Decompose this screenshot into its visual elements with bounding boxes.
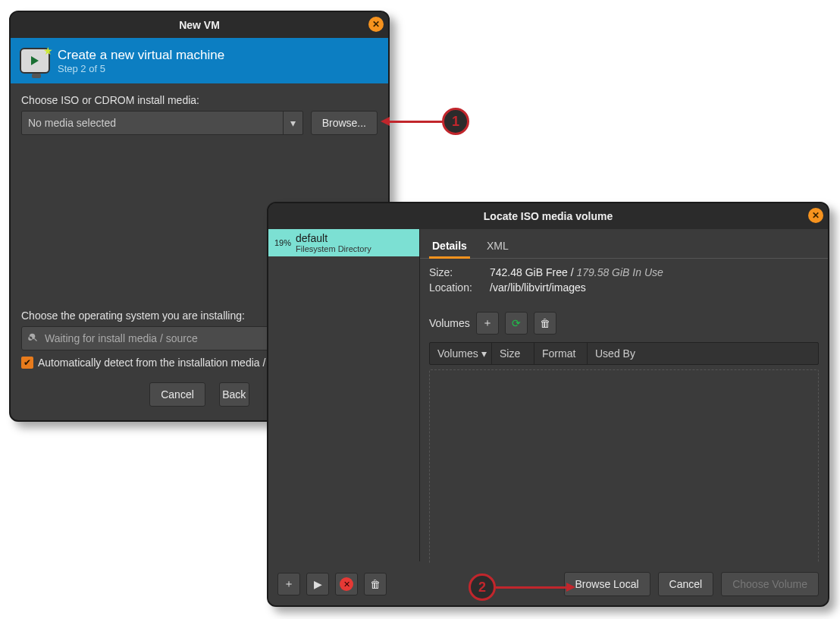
trash-icon: 🗑 xyxy=(540,317,550,329)
col-volumes[interactable]: Volumes▾ xyxy=(430,343,492,364)
location-label: Location: xyxy=(429,281,482,294)
annotation-circle-1: 1 xyxy=(442,108,469,135)
close-icon[interactable]: ✕ xyxy=(808,208,823,223)
arrow-left-icon xyxy=(381,117,390,126)
trash-icon: 🗑 xyxy=(370,578,381,590)
pool-item-default[interactable]: 19% default Filesystem Directory xyxy=(268,229,419,256)
delete-volume-button[interactable]: 🗑 xyxy=(534,312,556,335)
browse-button[interactable]: Browse... xyxy=(311,111,378,135)
pool-percent: 19% xyxy=(274,238,291,247)
cancel-button[interactable]: Cancel xyxy=(149,382,205,407)
wizard-step: Step 2 of 5 xyxy=(58,63,224,74)
new-vm-titlebar: New VM ✕ xyxy=(11,12,388,38)
wizard-banner: ★ Create a new virtual machine Step 2 of… xyxy=(11,38,388,83)
cancel-button[interactable]: Cancel xyxy=(658,572,714,596)
delete-pool-button[interactable]: 🗑 xyxy=(364,573,387,595)
annotation-arrow-1 xyxy=(389,121,444,123)
volumes-label: Volumes xyxy=(429,317,470,329)
checkbox-checked-icon: ✔ xyxy=(21,357,33,369)
plus-icon: ＋ xyxy=(284,577,294,591)
locate-iso-dialog: Locate ISO media volume ✕ 19% default Fi… xyxy=(267,202,829,607)
pool-type: Filesystem Directory xyxy=(296,244,371,253)
media-combo[interactable]: No media selected ▾ xyxy=(21,111,303,135)
annotation-circle-2: 2 xyxy=(469,573,496,601)
start-pool-button[interactable]: ▶ xyxy=(306,573,329,595)
autodetect-label: Automatically detect from the installati… xyxy=(38,357,300,369)
volume-table-header: Volumes▾ Size Format Used By xyxy=(429,342,819,365)
location-value: /var/lib/libvirt/images xyxy=(490,281,586,294)
details-pane: Details XML Size: 742.48 GiB Free / 179.… xyxy=(420,229,828,561)
size-free: 742.48 GiB Free xyxy=(490,266,568,278)
add-volume-button[interactable]: ＋ xyxy=(476,312,499,335)
add-pool-button[interactable]: ＋ xyxy=(277,573,300,595)
plus-icon: ＋ xyxy=(482,316,493,330)
refresh-icon: ⟳ xyxy=(512,317,521,329)
locate-iso-titlebar: Locate ISO media volume ✕ xyxy=(268,203,828,229)
choose-media-label: Choose ISO or CDROM install media: xyxy=(21,94,378,106)
tab-xml[interactable]: XML xyxy=(484,235,512,258)
col-format[interactable]: Format xyxy=(534,343,588,364)
stop-icon: ✕ xyxy=(340,577,353,591)
tab-details[interactable]: Details xyxy=(429,235,470,259)
wizard-title: Create a new virtual machine xyxy=(58,48,224,63)
close-icon[interactable]: ✕ xyxy=(368,17,384,32)
media-combo-text: No media selected xyxy=(28,117,116,129)
size-inuse: 179.58 GiB In Use xyxy=(576,266,663,278)
pool-list: 19% default Filesystem Directory xyxy=(268,229,420,561)
sort-desc-icon: ▾ xyxy=(481,347,487,360)
size-label: Size: xyxy=(429,266,482,278)
play-icon: ▶ xyxy=(314,578,322,590)
col-usedby[interactable]: Used By xyxy=(588,343,818,364)
locate-iso-title: Locate ISO media volume xyxy=(484,210,613,222)
new-vm-title: New VM xyxy=(179,19,220,31)
arrow-right-icon xyxy=(566,583,575,592)
chevron-down-icon: ▾ xyxy=(283,112,302,134)
pool-name: default xyxy=(296,232,328,244)
choose-volume-button[interactable]: Choose Volume xyxy=(721,572,819,596)
volume-table-body xyxy=(429,369,819,576)
col-size[interactable]: Size xyxy=(492,343,534,364)
monitor-icon: ★ xyxy=(20,48,50,74)
back-button[interactable]: Back xyxy=(219,382,249,407)
browse-local-button[interactable]: Browse Local xyxy=(564,572,650,596)
annotation-arrow-2 xyxy=(496,586,567,589)
os-search-placeholder: Waiting for install media / source xyxy=(45,332,198,344)
stop-pool-button[interactable]: ✕ xyxy=(335,573,358,595)
search-icon xyxy=(28,332,39,345)
refresh-volume-button[interactable]: ⟳ xyxy=(505,312,528,335)
